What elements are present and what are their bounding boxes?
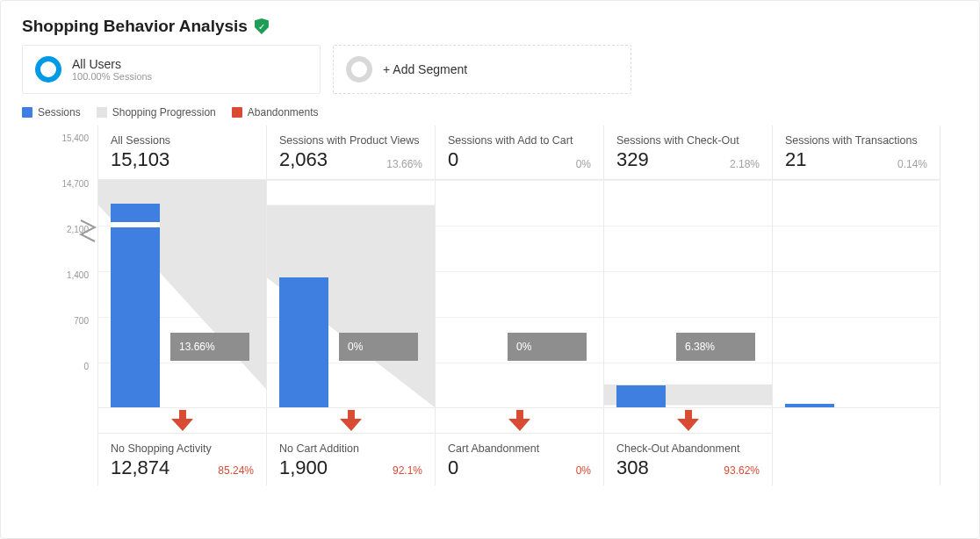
abandon-label: No Cart Addition (279, 442, 422, 455)
funnel-stage[interactable]: Sessions with Product Views2,06313.66%0%… (266, 126, 435, 485)
legend-abandon-swatch (232, 107, 242, 118)
page-title: Shopping Behavior Analysis (22, 17, 248, 36)
axis-break-icon (111, 222, 160, 227)
drop-arrow-icon (508, 410, 531, 431)
segment-add[interactable]: + Add Segment (333, 45, 631, 94)
abandon-pct: 93.62% (724, 464, 760, 477)
y-tick: 14,700 (61, 179, 89, 189)
stage-pct: 0% (576, 158, 591, 170)
sessions-bar (785, 404, 834, 407)
progression-arrow: 0% (508, 333, 587, 361)
verified-shield-icon: ✓ (255, 18, 269, 34)
legend-progression-label: Shopping Progression (112, 106, 216, 119)
drop-arrow-icon (340, 410, 363, 431)
progression-fill (604, 180, 772, 407)
legend-sessions-swatch (22, 107, 32, 118)
y-tick: 15,400 (61, 133, 89, 143)
funnel-stage[interactable]: Sessions with Check-Out3292.18%6.38%Chec… (603, 126, 772, 485)
legend-sessions-label: Sessions (38, 106, 81, 119)
stage-label: Sessions with Add to Cart (448, 134, 591, 147)
abandon-label: Cart Abandonment (448, 442, 591, 455)
funnel-stage[interactable]: Sessions with Transactions210.14% (772, 126, 940, 485)
sessions-bar (111, 204, 160, 407)
progression-arrow: 0% (339, 333, 418, 361)
progression-arrow: 13.66% (170, 333, 249, 361)
funnel-stages: All Sessions15,10313.66%No Shopping Acti… (97, 126, 958, 485)
sessions-bar (279, 277, 328, 407)
progression-arrow: 6.38% (676, 333, 755, 361)
abandon-label: No Shopping Activity (111, 442, 254, 455)
stage-label: Sessions with Check-Out (616, 134, 760, 147)
sessions-bar (616, 385, 666, 407)
abandon-value: 0 (448, 456, 591, 479)
axis-break-zigzag-icon (79, 217, 97, 252)
report-card: Shopping Behavior Analysis ✓ All Users 1… (0, 0, 980, 539)
stage-value: 15,103 (111, 148, 254, 171)
stage-pct: 13.66% (386, 158, 422, 170)
funnel-stage[interactable]: Sessions with Add to Cart00%0%Cart Aband… (435, 126, 603, 485)
stage-value: 0 (448, 148, 591, 171)
segment-selected[interactable]: All Users 100.00% Sessions (22, 45, 321, 94)
segment-row: All Users 100.00% Sessions + Add Segment (1, 45, 979, 106)
funnel-chart: 15,400 14,700 2,100 1,400 700 0 All Sess… (1, 126, 979, 485)
abandon-pct: 85.24% (218, 464, 254, 477)
stage-label: All Sessions (111, 134, 254, 147)
stage-pct: 0.14% (897, 158, 927, 170)
segment-name: All Users (72, 57, 152, 71)
legend-progression-swatch (97, 107, 107, 118)
legend-abandon-label: Abandonments (248, 106, 319, 119)
segment-add-ring-icon (346, 56, 372, 83)
y-tick: 0 (83, 362, 89, 371)
funnel-stage[interactable]: All Sessions15,10313.66%No Shopping Acti… (97, 126, 266, 485)
segment-ring-icon (35, 56, 61, 83)
segment-add-label: + Add Segment (383, 62, 467, 76)
stage-label: Sessions with Transactions (785, 134, 927, 147)
stage-label: Sessions with Product Views (279, 134, 422, 147)
chart-legend: Sessions Shopping Progression Abandonmen… (1, 106, 979, 126)
segment-detail: 100.00% Sessions (72, 71, 152, 82)
stage-pct: 2.18% (730, 158, 760, 170)
abandon-pct: 92.1% (393, 464, 422, 477)
drop-arrow-icon (171, 410, 194, 431)
abandon-label: Check-Out Abandonment (616, 442, 760, 455)
y-tick: 1,400 (67, 270, 89, 280)
y-axis: 15,400 14,700 2,100 1,400 700 0 (22, 126, 97, 406)
drop-arrow-icon (677, 410, 700, 431)
abandon-pct: 0% (576, 464, 591, 477)
y-tick: 700 (74, 316, 89, 326)
